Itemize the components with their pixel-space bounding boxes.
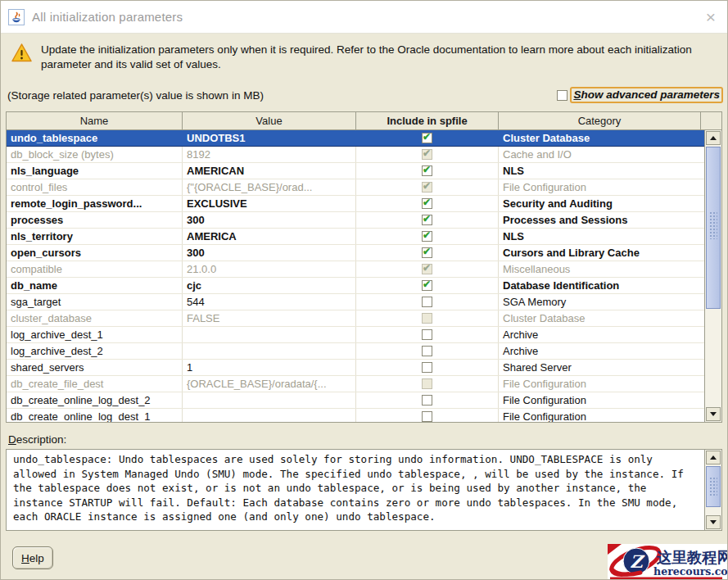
spfile-checkbox[interactable] — [422, 198, 432, 209]
scroll-down-button[interactable] — [706, 515, 721, 529]
dialog-title: All initialization parameters — [32, 10, 183, 24]
table-row[interactable]: nls_language AMERICAN NLS — [7, 163, 704, 179]
spfile-checkbox[interactable] — [422, 297, 432, 307]
show-advanced-checkbox[interactable]: Show advanced parameters — [557, 87, 723, 103]
scroll-down-button[interactable] — [706, 407, 721, 421]
cell-include-in-spfile — [356, 147, 499, 162]
spfile-checkbox[interactable] — [422, 280, 432, 291]
cell-parameter-name[interactable]: db_create_online_log_dest_2 — [7, 392, 183, 408]
cell-category: File Configuration — [499, 179, 704, 195]
table-row[interactable]: cluster_database FALSE Cluster Database — [7, 310, 704, 327]
table-row[interactable]: db_create_online_log_dest_2 File Configu… — [7, 392, 704, 409]
table-row[interactable]: remote_login_password... EXCLUSIVE Secur… — [7, 196, 704, 212]
cell-parameter-name[interactable]: nls_language — [7, 163, 183, 179]
cell-parameter-value[interactable]: AMERICA — [183, 229, 356, 244]
description-vertical-scrollbar[interactable] — [704, 450, 721, 530]
table-row[interactable]: open_cursors 300 Cursors and Library Cac… — [7, 245, 704, 261]
close-icon[interactable]: × — [706, 8, 716, 25]
spfile-checkbox[interactable] — [422, 378, 432, 389]
spfile-checkbox[interactable] — [422, 215, 432, 225]
cell-parameter-name[interactable]: db_block_size (bytes) — [7, 147, 183, 162]
cell-parameter-name[interactable]: db_name — [7, 278, 183, 293]
scroll-up-button[interactable] — [706, 451, 721, 464]
cell-parameter-value[interactable]: 1 — [183, 360, 356, 375]
cell-include-in-spfile — [356, 278, 499, 293]
cell-parameter-name[interactable]: nls_territory — [7, 229, 183, 244]
table-row[interactable]: compatible 21.0.0 Miscellaneous — [7, 261, 704, 278]
cell-parameter-value[interactable]: 8192 — [183, 147, 356, 162]
description-panel: undo_tablespace: Undo tablespaces are us… — [6, 449, 722, 531]
cell-parameter-name[interactable]: remote_login_password... — [7, 196, 183, 211]
spfile-checkbox[interactable] — [422, 313, 432, 324]
cell-parameter-name[interactable]: control_files — [7, 179, 183, 195]
cell-parameter-value[interactable]: cjc — [183, 278, 356, 293]
checkbox-box[interactable] — [557, 90, 567, 101]
cell-parameter-name[interactable]: open_cursors — [7, 245, 183, 261]
spfile-checkbox[interactable] — [422, 395, 432, 406]
spfile-checkbox[interactable] — [422, 165, 432, 176]
table-row[interactable]: sga_target 544 SGA Memory — [7, 294, 704, 310]
cell-parameter-name[interactable]: log_archive_dest_2 — [7, 343, 183, 359]
cell-parameter-value[interactable]: 21.0.0 — [183, 261, 356, 277]
table-row[interactable]: undo_tablespace UNDOTBS1 Cluster Databas… — [7, 130, 704, 147]
cell-parameter-value[interactable] — [183, 327, 356, 342]
cell-parameter-value[interactable]: AMERICAN — [183, 163, 356, 179]
scrollbar-thumb[interactable] — [706, 147, 721, 309]
spfile-checkbox[interactable] — [422, 231, 432, 242]
cell-include-in-spfile — [356, 310, 499, 326]
column-header-include-in-spfile[interactable]: Include in spfile — [356, 112, 499, 129]
cell-parameter-name[interactable]: compatible — [7, 261, 183, 277]
spfile-checkbox[interactable] — [422, 133, 432, 143]
cell-parameter-name[interactable]: db_create_file_dest — [7, 376, 183, 392]
cell-category: SGA Memory — [499, 294, 704, 310]
spfile-checkbox[interactable] — [422, 346, 432, 356]
watermark-site-url: herecours.com — [653, 565, 728, 578]
spfile-checkbox[interactable] — [422, 182, 432, 193]
table-row[interactable]: nls_territory AMERICA NLS — [7, 229, 704, 245]
spfile-checkbox[interactable] — [422, 411, 432, 422]
spfile-checkbox[interactable] — [422, 264, 432, 274]
table-row[interactable]: db_create_file_dest {ORACLE_BASE}/oradat… — [7, 376, 704, 392]
help-button[interactable]: Help — [12, 546, 53, 569]
cell-include-in-spfile — [356, 294, 499, 310]
spfile-checkbox[interactable] — [422, 247, 432, 258]
spfile-checkbox[interactable] — [422, 362, 432, 373]
cell-parameter-value[interactable]: UNDOTBS1 — [183, 130, 356, 146]
show-advanced-label[interactable]: Show advanced parameters — [570, 87, 723, 103]
table-row[interactable]: control_files {"{ORACLE_BASE}/orad... Fi… — [7, 179, 704, 196]
cell-parameter-value[interactable]: 300 — [183, 245, 356, 261]
cell-parameter-name[interactable]: log_archive_dest_1 — [7, 327, 183, 342]
cell-parameter-name[interactable]: db_create_online_log_dest_1 — [7, 409, 183, 422]
cell-parameter-name[interactable]: undo_tablespace — [7, 130, 183, 146]
cell-parameter-value[interactable]: 544 — [183, 294, 356, 310]
scrollbar-thumb[interactable] — [706, 466, 721, 507]
cell-parameter-value[interactable] — [183, 392, 356, 408]
cell-parameter-value[interactable] — [183, 409, 356, 422]
cell-parameter-value[interactable]: {"{ORACLE_BASE}/orad... — [183, 179, 356, 195]
column-header-category[interactable]: Category — [499, 112, 701, 129]
column-header-name[interactable]: Name — [7, 112, 183, 129]
table-vertical-scrollbar[interactable] — [704, 130, 721, 422]
cell-category: NLS — [499, 229, 704, 244]
table-row[interactable]: db_name cjc Database Identification — [7, 278, 704, 294]
cell-parameter-name[interactable]: sga_target — [7, 294, 183, 310]
spfile-checkbox[interactable] — [422, 149, 432, 160]
cell-parameter-value[interactable]: {ORACLE_BASE}/oradata/{... — [183, 376, 356, 392]
column-header-value[interactable]: Value — [183, 112, 356, 129]
table-row[interactable]: db_block_size (bytes) 8192 Cache and I/O — [7, 147, 704, 163]
table-row[interactable]: processes 300 Processes and Sessions — [7, 212, 704, 229]
table-row[interactable]: shared_servers 1 Shared Server — [7, 360, 704, 376]
cell-parameter-value[interactable]: EXCLUSIVE — [183, 196, 356, 211]
table-row[interactable]: db_create_online_log_dest_1 File Configu… — [7, 409, 704, 422]
cell-parameter-name[interactable]: shared_servers — [7, 360, 183, 375]
table-row[interactable]: log_archive_dest_1 Archive — [7, 327, 704, 343]
scroll-up-button[interactable] — [706, 131, 721, 145]
cell-parameter-name[interactable]: cluster_database — [7, 310, 183, 326]
cell-parameter-name[interactable]: processes — [7, 212, 183, 228]
spfile-checkbox[interactable] — [422, 329, 432, 340]
cell-parameter-value[interactable]: FALSE — [183, 310, 356, 326]
cell-include-in-spfile — [356, 229, 499, 244]
cell-parameter-value[interactable]: 300 — [183, 212, 356, 228]
table-row[interactable]: log_archive_dest_2 Archive — [7, 343, 704, 360]
cell-parameter-value[interactable] — [183, 343, 356, 359]
